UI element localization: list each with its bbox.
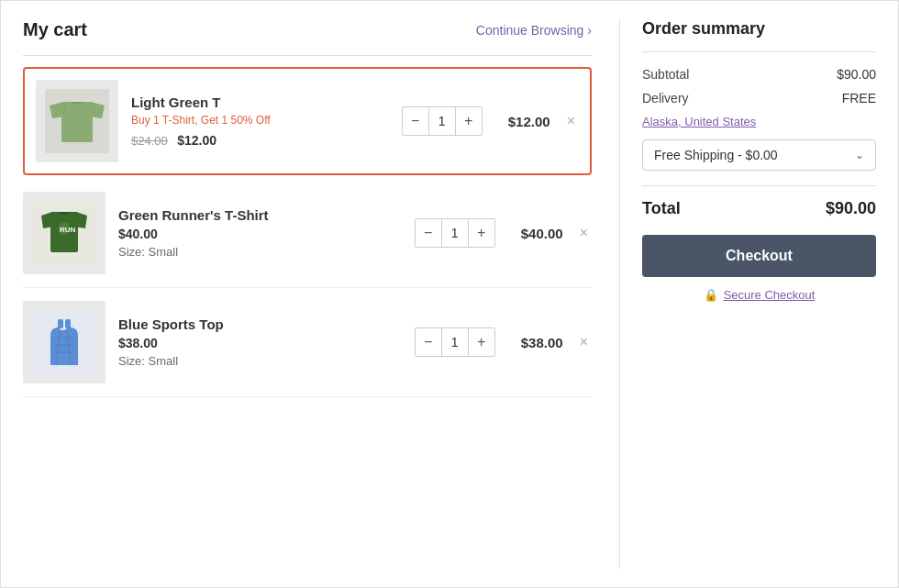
shipping-option-label: Free Shipping - $0.00 xyxy=(654,148,778,162)
total-label: Total xyxy=(642,199,681,218)
item-2-qty-decrease[interactable]: − xyxy=(416,218,441,248)
item-1-name: Light Green T xyxy=(131,94,389,110)
subtotal-label: Subtotal xyxy=(642,67,689,82)
item-1-qty-increase[interactable]: + xyxy=(456,106,482,136)
item-1-image-svg xyxy=(45,89,109,153)
item-3-name: Blue Sports Top xyxy=(118,316,402,332)
item-1-info: Light Green T Buy 1 T-Shirt, Get 1 50% O… xyxy=(131,94,389,149)
cart-header-divider xyxy=(23,55,592,56)
continue-browsing-text: Continue Browsing xyxy=(476,23,584,38)
delivery-value: FREE xyxy=(842,91,876,105)
item-2-size: Size: Small xyxy=(118,245,402,259)
item-2-price: $40.00 xyxy=(118,227,402,241)
secure-checkout-row: 🔒 Secure Checkout xyxy=(642,288,876,302)
svg-rect-3 xyxy=(61,102,93,142)
item-3-image-svg xyxy=(32,310,96,374)
item-3-total: $38.00 xyxy=(508,335,563,350)
delivery-row: Delivery FREE xyxy=(642,91,876,105)
item-1-qty-decrease[interactable]: − xyxy=(403,106,428,136)
delivery-location-link[interactable]: Alaska, United States xyxy=(642,115,876,128)
total-row: Total $90.00 xyxy=(642,199,876,218)
item-3-size: Size: Small xyxy=(118,354,402,368)
item-3-qty-value: 1 xyxy=(441,328,469,356)
item-2-info: Green Runner's T-Shirt $40.00 Size: Smal… xyxy=(118,207,402,259)
cart-title: My cart xyxy=(23,19,87,40)
summary-divider-bottom xyxy=(642,185,876,186)
item-3-qty-control: − 1 + xyxy=(415,327,495,357)
cart-header: My cart Continue Browsing › xyxy=(23,19,592,40)
delivery-label: Delivery xyxy=(642,91,689,105)
item-1-price-old: $24.00 xyxy=(131,134,168,148)
order-summary-title: Order summary xyxy=(642,19,876,39)
item-1-pricing: $24.00 $12.00 xyxy=(131,132,389,149)
chevron-down-icon: ⌄ xyxy=(855,149,864,161)
item-3-price: $38.00 xyxy=(118,336,402,350)
item-1-image xyxy=(36,80,118,162)
item-2-qty-value: 1 xyxy=(441,219,469,247)
item-3-remove-button[interactable]: × xyxy=(576,330,592,354)
item-2-name: Green Runner's T-Shirt xyxy=(118,207,402,223)
item-1-qty-value: 1 xyxy=(428,107,456,135)
subtotal-value: $90.00 xyxy=(837,67,876,82)
item-3-image xyxy=(23,301,105,383)
item-2-total: $40.00 xyxy=(508,226,563,241)
cart-item-1: Light Green T Buy 1 T-Shirt, Get 1 50% O… xyxy=(23,67,592,175)
total-value: $90.00 xyxy=(826,199,876,218)
svg-text:RUN: RUN xyxy=(60,226,76,234)
item-2-image-svg: RUN xyxy=(32,201,96,265)
item-1-price-new: $12.00 xyxy=(177,133,216,148)
cart-item-3: Blue Sports Top $38.00 Size: Small − 1 +… xyxy=(23,288,592,397)
shipping-dropdown[interactable]: Free Shipping - $0.00 ⌄ xyxy=(642,139,876,171)
item-2-qty-control: − 1 + xyxy=(415,218,495,248)
secure-checkout-label: Secure Checkout xyxy=(724,288,816,302)
item-1-total: $12.00 xyxy=(495,114,550,129)
item-3-qty-decrease[interactable]: − xyxy=(416,327,441,357)
item-1-promo: Buy 1 T-Shirt, Get 1 50% Off xyxy=(131,114,389,127)
item-2-image: RUN xyxy=(23,192,105,274)
item-3-qty-increase[interactable]: + xyxy=(469,327,494,357)
lock-icon: 🔒 xyxy=(704,288,718,302)
checkout-button[interactable]: Checkout xyxy=(642,235,876,277)
subtotal-row: Subtotal $90.00 xyxy=(642,67,876,82)
cart-item-2: RUN Green Runner's T-Shirt $40.00 Size: … xyxy=(23,179,592,288)
item-3-info: Blue Sports Top $38.00 Size: Small xyxy=(118,316,402,368)
item-1-qty-control: − 1 + xyxy=(402,106,483,136)
item-1-remove-button[interactable]: × xyxy=(563,109,579,133)
item-2-remove-button[interactable]: × xyxy=(576,221,592,245)
continue-browsing-link[interactable]: Continue Browsing › xyxy=(476,23,592,38)
chevron-right-icon: › xyxy=(587,23,592,38)
order-summary: Order summary Subtotal $90.00 Delivery F… xyxy=(619,19,876,569)
cart-section: My cart Continue Browsing › xyxy=(23,19,619,569)
item-2-qty-increase[interactable]: + xyxy=(469,218,494,248)
summary-divider-top xyxy=(642,51,876,52)
